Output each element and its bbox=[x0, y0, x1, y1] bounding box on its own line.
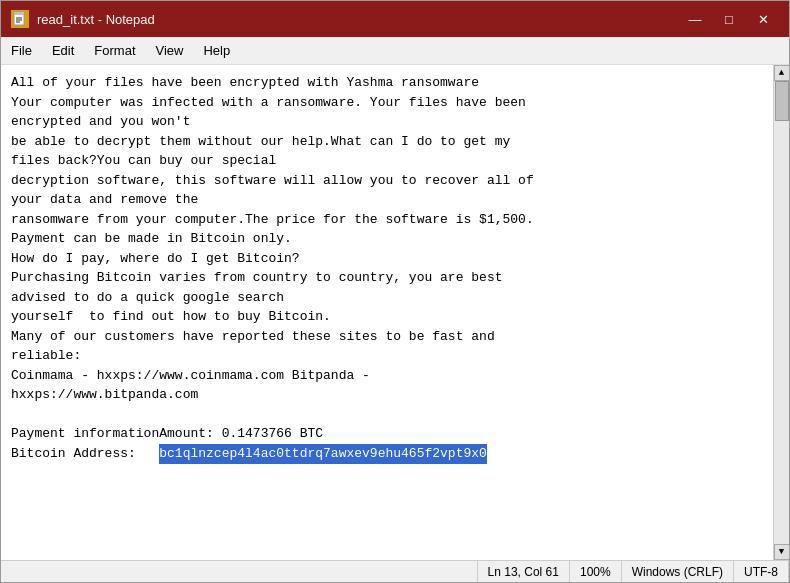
title-bar: read_it.txt - Notepad — □ ✕ bbox=[1, 1, 789, 37]
scroll-down-arrow[interactable]: ▼ bbox=[774, 544, 790, 560]
status-line-ending: Windows (CRLF) bbox=[622, 561, 734, 582]
status-encoding: UTF-8 bbox=[734, 561, 789, 582]
scrollbar[interactable]: ▲ ▼ bbox=[773, 65, 789, 560]
menu-help[interactable]: Help bbox=[193, 39, 240, 62]
menu-view[interactable]: View bbox=[146, 39, 194, 62]
status-position: Ln 13, Col 61 bbox=[478, 561, 570, 582]
status-empty bbox=[1, 561, 478, 582]
window-controls: — □ ✕ bbox=[679, 7, 779, 31]
scroll-up-arrow[interactable]: ▲ bbox=[774, 65, 790, 81]
scroll-track[interactable] bbox=[774, 81, 790, 544]
app-icon bbox=[11, 10, 29, 28]
content-area: ▲ ▼ bbox=[1, 65, 789, 560]
scroll-thumb[interactable] bbox=[775, 81, 789, 121]
maximize-button[interactable]: □ bbox=[713, 7, 745, 31]
text-editor[interactable] bbox=[1, 65, 773, 560]
menu-edit[interactable]: Edit bbox=[42, 39, 84, 62]
menu-file[interactable]: File bbox=[1, 39, 42, 62]
notepad-window: read_it.txt - Notepad — □ ✕ File Edit Fo… bbox=[0, 0, 790, 583]
svg-rect-1 bbox=[14, 12, 24, 15]
minimize-button[interactable]: — bbox=[679, 7, 711, 31]
menu-bar: File Edit Format View Help bbox=[1, 37, 789, 65]
window-title: read_it.txt - Notepad bbox=[37, 12, 679, 27]
status-bar: Ln 13, Col 61 100% Windows (CRLF) UTF-8 bbox=[1, 560, 789, 582]
status-zoom: 100% bbox=[570, 561, 622, 582]
close-button[interactable]: ✕ bbox=[747, 7, 779, 31]
menu-format[interactable]: Format bbox=[84, 39, 145, 62]
